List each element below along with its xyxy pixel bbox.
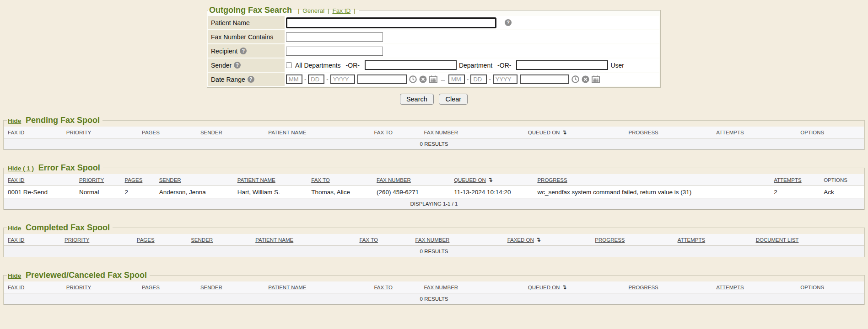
- column-header-fax-number[interactable]: FAX NUMBER: [420, 127, 524, 138]
- column-label[interactable]: PRIORITY: [66, 130, 91, 135]
- date-range-help-icon[interactable]: ?: [248, 76, 254, 83]
- column-header-sender[interactable]: SENDER: [197, 281, 264, 293]
- column-header-queued-on[interactable]: QUEUED ON↴: [450, 174, 534, 186]
- column-label[interactable]: PRIORITY: [79, 177, 104, 183]
- date-to-month-input[interactable]: [448, 74, 465, 84]
- column-header-patient-name[interactable]: PATIENT NAME: [264, 281, 370, 293]
- column-header-fax-number[interactable]: FAX NUMBER: [373, 174, 450, 186]
- column-header-priority[interactable]: PRIORITY: [63, 127, 138, 138]
- column-header-pages[interactable]: PAGES: [133, 234, 187, 246]
- column-label[interactable]: PATIENT NAME: [268, 130, 306, 135]
- column-label[interactable]: FAXED ON: [507, 237, 534, 243]
- column-header-pages[interactable]: PAGES: [138, 281, 197, 293]
- column-header-fax-to[interactable]: FAX TO: [370, 281, 420, 293]
- from-clear-icon[interactable]: [419, 75, 427, 83]
- fax-number-contains-input[interactable]: [286, 32, 383, 42]
- tab-general[interactable]: General: [302, 7, 324, 14]
- column-label[interactable]: PROGRESS: [629, 130, 658, 135]
- column-label[interactable]: PROGRESS: [629, 285, 658, 290]
- column-label[interactable]: FAX ID: [8, 237, 24, 243]
- hide-link[interactable]: Hide: [8, 117, 21, 124]
- column-label[interactable]: ATTEMPTS: [716, 285, 744, 290]
- column-label[interactable]: PATIENT NAME: [255, 237, 293, 243]
- column-label[interactable]: SENDER: [191, 237, 213, 243]
- column-header-pages[interactable]: PAGES: [121, 174, 156, 186]
- column-label[interactable]: PROGRESS: [595, 237, 625, 243]
- column-label[interactable]: ATTEMPTS: [678, 237, 705, 243]
- column-label[interactable]: FAX NUMBER: [424, 285, 458, 290]
- column-label[interactable]: ATTEMPTS: [716, 130, 744, 135]
- date-from-day-input[interactable]: [308, 74, 324, 84]
- column-label[interactable]: PATIENT NAME: [237, 177, 275, 183]
- column-label[interactable]: FAX NUMBER: [424, 130, 458, 135]
- column-label[interactable]: DOCUMENT LIST: [756, 237, 799, 243]
- column-label[interactable]: PAGES: [142, 130, 160, 135]
- department-input[interactable]: [365, 60, 457, 70]
- column-label[interactable]: FAX ID: [8, 285, 24, 290]
- column-header-sender[interactable]: SENDER: [187, 234, 252, 246]
- sender-help-icon[interactable]: ?: [234, 62, 241, 69]
- column-label[interactable]: FAX ID: [8, 130, 24, 135]
- column-header-queued-on[interactable]: QUEUED ON↴: [524, 281, 625, 293]
- column-header-priority[interactable]: PRIORITY: [75, 174, 121, 186]
- column-header-attempts[interactable]: ATTEMPTS: [770, 174, 820, 186]
- column-header-queued-on[interactable]: QUEUED ON↴: [524, 127, 625, 138]
- column-header-progress[interactable]: PROGRESS: [625, 127, 713, 138]
- column-header-progress[interactable]: PROGRESS: [591, 234, 674, 246]
- user-input[interactable]: [516, 60, 608, 70]
- column-header-attempts[interactable]: ATTEMPTS: [712, 281, 797, 293]
- column-label[interactable]: ATTEMPTS: [774, 177, 801, 183]
- column-header-patient-name[interactable]: PATIENT NAME: [234, 174, 308, 186]
- column-header-sender[interactable]: SENDER: [156, 174, 234, 186]
- column-header-priority[interactable]: PRIORITY: [61, 234, 133, 246]
- column-header-fax-number[interactable]: FAX NUMBER: [420, 281, 524, 293]
- column-label[interactable]: FAX NUMBER: [415, 237, 450, 243]
- to-clock-icon[interactable]: [571, 75, 579, 83]
- column-header-document-list[interactable]: DOCUMENT LIST: [752, 234, 864, 246]
- column-header-fax-to[interactable]: FAX TO: [356, 234, 411, 246]
- row-action-options[interactable]: Ack: [820, 186, 864, 198]
- column-label[interactable]: PAGES: [142, 285, 160, 290]
- hide-link[interactable]: Hide ( 1 ): [8, 165, 34, 172]
- date-from-time-input[interactable]: [357, 74, 407, 84]
- column-label[interactable]: QUEUED ON: [454, 177, 486, 183]
- patient-name-help-icon[interactable]: ?: [505, 19, 512, 26]
- column-label[interactable]: QUEUED ON: [528, 285, 560, 290]
- column-header-attempts[interactable]: ATTEMPTS: [674, 234, 752, 246]
- search-button[interactable]: Search: [400, 94, 434, 105]
- column-label[interactable]: SENDER: [159, 177, 181, 183]
- column-header-pages[interactable]: PAGES: [138, 127, 197, 138]
- column-header-progress[interactable]: PROGRESS: [625, 281, 713, 293]
- column-label[interactable]: PROGRESS: [537, 177, 567, 183]
- clear-button[interactable]: Clear: [439, 94, 468, 105]
- column-label[interactable]: FAX TO: [311, 177, 329, 183]
- patient-name-input[interactable]: [286, 17, 496, 28]
- to-clear-icon[interactable]: [582, 75, 589, 83]
- column-label[interactable]: FAX TO: [374, 130, 392, 135]
- hide-link[interactable]: Hide: [8, 225, 21, 232]
- column-label[interactable]: PAGES: [125, 177, 143, 183]
- date-to-day-input[interactable]: [470, 74, 487, 84]
- column-header-progress[interactable]: PROGRESS: [534, 174, 770, 186]
- column-header-attempts[interactable]: ATTEMPTS: [712, 127, 797, 138]
- column-label[interactable]: SENDER: [200, 130, 222, 135]
- column-header-fax-id[interactable]: FAX ID: [4, 174, 75, 186]
- column-header-patient-name[interactable]: PATIENT NAME: [264, 127, 370, 138]
- column-label[interactable]: PAGES: [137, 237, 155, 243]
- date-to-year-input[interactable]: [493, 74, 518, 84]
- column-header-fax-to[interactable]: FAX TO: [370, 127, 420, 138]
- recipient-help-icon[interactable]: ?: [240, 48, 247, 54]
- hide-link[interactable]: Hide: [8, 272, 21, 279]
- column-label[interactable]: PATIENT NAME: [268, 285, 306, 290]
- column-header-fax-id[interactable]: FAX ID: [4, 281, 63, 293]
- from-clock-icon[interactable]: [409, 75, 417, 83]
- to-calendar-icon[interactable]: [592, 75, 600, 83]
- from-calendar-icon[interactable]: [429, 75, 437, 83]
- column-header-faxed-on[interactable]: FAXED ON↴: [504, 234, 592, 246]
- column-label[interactable]: FAX ID: [8, 177, 24, 183]
- row-action-fax-id[interactable]: 0001 Re-Send: [4, 186, 75, 198]
- date-to-time-input[interactable]: [520, 74, 569, 84]
- column-label[interactable]: PRIORITY: [65, 237, 89, 243]
- column-label[interactable]: FAX NUMBER: [377, 177, 411, 183]
- column-header-fax-number[interactable]: FAX NUMBER: [412, 234, 504, 246]
